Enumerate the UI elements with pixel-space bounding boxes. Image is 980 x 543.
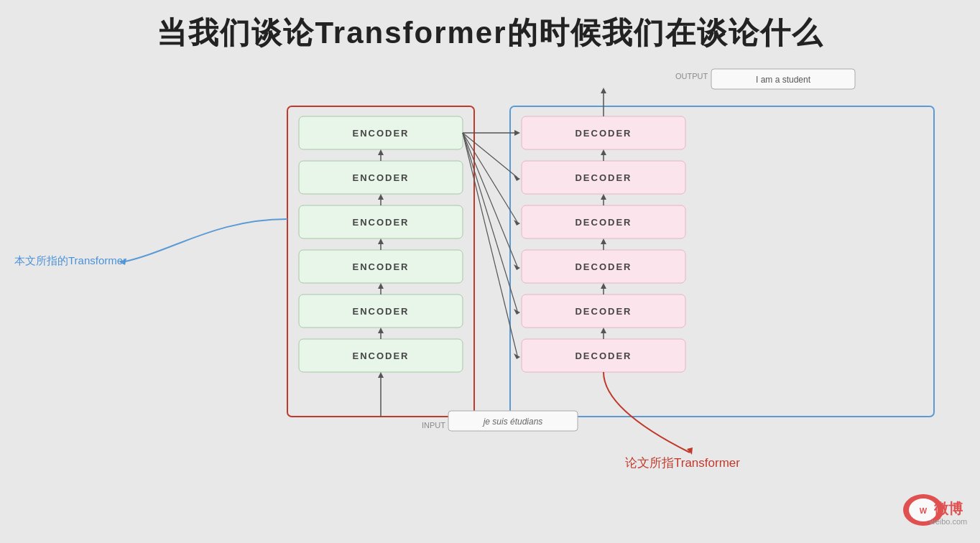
svg-text:DECODER: DECODER (575, 172, 632, 183)
svg-text:ENCODER: ENCODER (352, 128, 409, 139)
svg-text:DECODER: DECODER (575, 351, 632, 361)
svg-rect-1 (510, 106, 934, 417)
svg-rect-10 (299, 294, 463, 328)
svg-text:OUTPUT: OUTPUT (675, 72, 708, 80)
svg-text:ENCODER: ENCODER (352, 217, 409, 228)
svg-point-72 (903, 494, 943, 526)
svg-rect-6 (299, 205, 463, 238)
svg-rect-8 (299, 250, 463, 283)
svg-marker-46 (601, 238, 606, 244)
svg-marker-57 (514, 130, 520, 136)
svg-text:weibo.com: weibo.com (929, 517, 968, 526)
svg-marker-19 (378, 238, 384, 244)
svg-marker-69 (687, 447, 693, 455)
svg-marker-17 (378, 283, 384, 289)
svg-rect-29 (522, 116, 685, 149)
svg-marker-52 (601, 88, 606, 93)
svg-text:DECODER: DECODER (575, 217, 632, 228)
svg-text:DECODER: DECODER (575, 306, 632, 317)
svg-rect-35 (522, 250, 685, 283)
svg-rect-37 (522, 294, 685, 328)
svg-text:ENCODER: ENCODER (352, 261, 409, 272)
svg-marker-50 (601, 149, 606, 155)
svg-marker-63 (514, 264, 520, 270)
svg-rect-33 (522, 205, 685, 238)
slide-title: 当我们谈论Transformer的时候我们在谈论什么 (0, 0, 980, 53)
svg-marker-25 (378, 372, 384, 378)
svg-line-58 (463, 133, 517, 177)
svg-line-62 (463, 133, 517, 266)
svg-rect-0 (287, 106, 474, 417)
svg-rect-27 (448, 411, 578, 431)
svg-text:INPUT: INPUT (422, 421, 445, 430)
svg-rect-4 (299, 161, 463, 194)
svg-rect-31 (522, 161, 685, 194)
svg-text:ENCODER: ENCODER (352, 172, 409, 183)
svg-marker-61 (514, 220, 520, 226)
svg-text:微博: 微博 (933, 501, 963, 516)
svg-marker-23 (378, 149, 384, 155)
svg-line-66 (463, 133, 517, 356)
svg-marker-67 (514, 353, 520, 359)
svg-marker-48 (601, 194, 606, 200)
svg-marker-68 (119, 259, 126, 265)
svg-text:本文所指的Transformer: 本文所指的Transformer (14, 254, 126, 266)
svg-text:DECODER: DECODER (575, 128, 632, 139)
svg-marker-42 (601, 328, 606, 333)
svg-text:论文所指Transformer: 论文所指Transformer (625, 456, 740, 470)
svg-marker-65 (514, 309, 520, 315)
svg-rect-12 (299, 339, 463, 372)
svg-text:je  suis  étudians: je suis étudians (482, 417, 543, 427)
svg-text:I  am  a  student: I am a student (756, 75, 811, 85)
svg-rect-54 (711, 69, 855, 89)
svg-line-60 (463, 133, 517, 222)
svg-point-73 (909, 498, 938, 521)
svg-text:DECODER: DECODER (575, 261, 632, 272)
svg-text:W: W (920, 506, 928, 515)
svg-rect-2 (299, 116, 463, 149)
svg-marker-59 (514, 175, 520, 181)
svg-text:ENCODER: ENCODER (352, 306, 409, 317)
svg-rect-39 (522, 339, 685, 372)
svg-marker-15 (378, 328, 384, 333)
svg-marker-21 (378, 194, 384, 200)
slide: 当我们谈论Transformer的时候我们在谈论什么 ENCODER ENCOD… (0, 0, 980, 543)
svg-text:ENCODER: ENCODER (352, 351, 409, 361)
svg-line-64 (463, 133, 517, 311)
svg-marker-44 (601, 283, 606, 289)
